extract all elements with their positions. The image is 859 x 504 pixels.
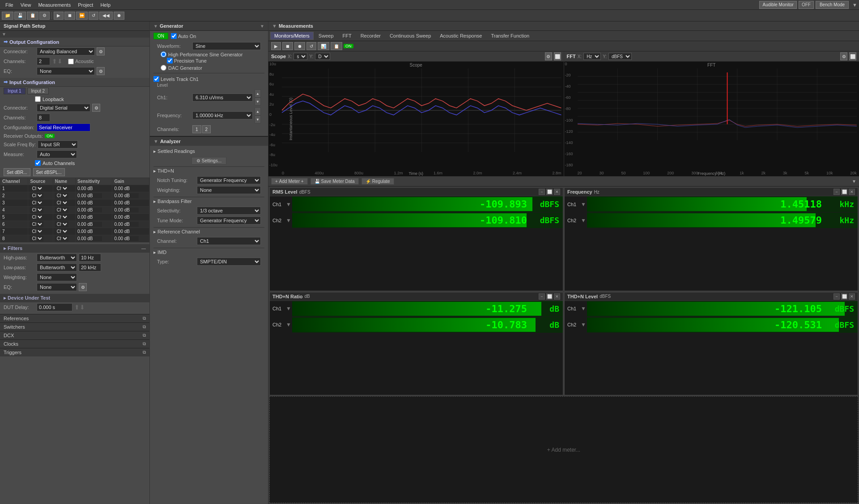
ch1-level-down-btn[interactable]: ▼ — [255, 97, 261, 106]
tab-recorder[interactable]: Recorder — [357, 32, 385, 40]
eq-select[interactable]: None — [37, 67, 95, 75]
freq-ch2-dropdown[interactable]: ▼ — [581, 217, 586, 224]
freq-close-btn[interactable]: ✕ — [849, 189, 855, 195]
scope-y-select[interactable]: D — [315, 53, 330, 60]
meas-toolbar-3[interactable]: ⏺ — [294, 42, 305, 50]
bench-mode-btn[interactable]: Bench Mode — [816, 1, 849, 9]
highpass-type-select[interactable]: Butterworth — [37, 254, 77, 262]
precision-tune-checkbox[interactable] — [167, 58, 173, 64]
input2-tab[interactable]: Input 2 — [27, 88, 49, 94]
settled-readings-row[interactable]: ▸ Settled Readings — [153, 148, 264, 155]
fft-x-select[interactable]: Hz — [583, 53, 601, 60]
in-connector-select[interactable]: Digital Serial — [37, 104, 90, 112]
lowpass-freq-input[interactable] — [79, 263, 101, 271]
freq-down-btn[interactable]: ▼ — [255, 115, 261, 123]
thdn-ratio-expand-btn[interactable]: ⬜ — [546, 293, 553, 300]
toolbar-btn-8[interactable]: ↺ — [89, 12, 98, 20]
meas-toolbar-6[interactable]: 📋 — [331, 42, 342, 50]
add-meter-box[interactable]: + Add meter... — [269, 396, 858, 503]
thdn-level-minus-btn[interactable]: − — [833, 293, 840, 300]
eq-filter-settings-btn[interactable]: ⚙ — [79, 283, 87, 291]
menu-measurements[interactable]: Measurements — [34, 1, 74, 8]
config-input[interactable] — [37, 123, 90, 131]
triggers-panel-btn[interactable]: Triggers ⧉ — [0, 348, 149, 356]
eq-settings-btn[interactable]: ⚙ — [97, 67, 105, 75]
thdn-ratio-close-btn[interactable]: ✕ — [554, 293, 560, 300]
toolbar-btn-6[interactable]: ⏹ — [64, 12, 75, 20]
waveform-select[interactable]: Sine — [192, 42, 261, 50]
reference-channel-select[interactable]: Ch1 — [197, 237, 261, 245]
weighting-filter-select[interactable]: None — [37, 273, 77, 281]
measure-select[interactable]: Auto — [37, 150, 77, 158]
switchers-panel-btn[interactable]: Switchers ⧉ — [0, 322, 149, 331]
freq-ch1-dropdown[interactable]: ▼ — [581, 201, 586, 208]
tab-acoustic-response[interactable]: Acoustic Response — [436, 32, 486, 40]
scope-x-select[interactable]: s — [293, 53, 307, 60]
menu-help[interactable]: Help — [97, 1, 114, 8]
freq-expand-btn[interactable]: ⬜ — [841, 189, 847, 195]
rms-ch1-dropdown[interactable]: ▼ — [286, 201, 291, 208]
eq-filter-select[interactable]: None — [37, 283, 77, 291]
off-toggle-btn[interactable]: OFF — [799, 1, 814, 9]
tab-fft[interactable]: FFT — [339, 32, 356, 40]
auto-on-checkbox[interactable] — [171, 33, 177, 39]
collapse-btn[interactable]: ▼ — [852, 179, 856, 184]
toolbar-btn-3[interactable]: 📋 — [27, 12, 38, 20]
tune-mode-select[interactable]: Generator Frequency — [197, 216, 261, 224]
add-meter-btn[interactable]: + Add Meter + — [271, 178, 308, 185]
thdn-level-ch2-dropdown[interactable]: ▼ — [581, 322, 586, 328]
weighting-analyzer-select[interactable]: None — [197, 186, 261, 194]
toolbar-btn-2[interactable]: 💾 — [14, 12, 26, 20]
dac-radio[interactable] — [161, 65, 166, 71]
fft-expand-btn[interactable]: ⬜ — [849, 52, 856, 60]
rms-expand-btn[interactable]: ⬜ — [546, 189, 553, 195]
scope-expand-btn[interactable]: ⬜ — [554, 52, 561, 60]
toolbar-btn-4[interactable]: ⚙ — [39, 12, 50, 20]
input1-tab[interactable]: Input 1 — [4, 88, 26, 94]
ch1-level-up-btn[interactable]: ▲ — [255, 89, 261, 97]
auto-channels-checkbox[interactable] — [35, 160, 41, 166]
tab-continuous-sweep[interactable]: Continuous Sweep — [386, 32, 435, 40]
ch-1-btn[interactable]: 1 — [192, 125, 201, 133]
menu-project[interactable]: Project — [74, 1, 97, 8]
in-connector-settings-btn[interactable]: ⚙ — [92, 104, 100, 112]
tab-monitors-meters[interactable]: Monitors/Meters — [270, 32, 314, 40]
set-dbspl-btn[interactable]: Set dBSPL... — [33, 168, 65, 176]
clocks-panel-btn[interactable]: Clocks ⧉ — [0, 339, 149, 348]
rms-minus-btn[interactable]: − — [539, 189, 545, 195]
tab-sweep[interactable]: Sweep — [315, 32, 338, 40]
highpass-freq-input[interactable] — [79, 254, 101, 262]
menu-view[interactable]: View — [17, 1, 35, 8]
toolbar-btn-1[interactable]: 📁 — [2, 12, 13, 20]
loopback-checkbox[interactable] — [35, 96, 41, 102]
meas-toolbar-1[interactable]: ▶ — [271, 42, 281, 50]
ch-2-btn[interactable]: 2 — [202, 125, 211, 133]
hpsg-radio[interactable] — [161, 51, 166, 57]
dcx-panel-btn[interactable]: DCX ⧉ — [0, 331, 149, 339]
notch-tuning-select[interactable]: Generator Frequency — [197, 176, 261, 184]
save-meter-btn[interactable]: 💾 Save Meter Data — [310, 178, 359, 185]
generator-on-btn[interactable]: ON — [153, 33, 168, 39]
set-dbr-btn[interactable]: Set dBR... — [4, 168, 30, 176]
thdn-ratio-ch1-dropdown[interactable]: ▼ — [286, 305, 291, 312]
scope-settings-btn[interactable]: ⚙ — [545, 52, 552, 60]
thdn-level-close-btn[interactable]: ✕ — [849, 293, 855, 300]
lowpass-type-select[interactable]: Butterworth — [37, 263, 77, 271]
in-channels-input[interactable] — [37, 114, 50, 122]
scale-freq-select[interactable]: Input SR — [38, 140, 78, 148]
meas-toolbar-2[interactable]: ⏹ — [282, 42, 293, 50]
frequency-select[interactable]: 1.00000 kHz — [192, 111, 253, 119]
rms-close-btn[interactable]: ✕ — [554, 189, 560, 195]
toolbar-btn-10[interactable]: ⏺ — [114, 12, 124, 20]
connector-select[interactable]: Analog Balanced — [37, 47, 95, 55]
toolbar-btn-7[interactable]: ⏩ — [76, 12, 88, 20]
tab-transfer-function[interactable]: Transfer Function — [487, 32, 533, 40]
fft-y-select[interactable]: dBFS — [608, 53, 632, 60]
thdn-ratio-minus-btn[interactable]: − — [539, 293, 545, 300]
thdn-level-expand-btn[interactable]: ⬜ — [841, 293, 847, 300]
selectivity-select[interactable]: 1/3 octave — [197, 207, 261, 215]
toolbar-btn-5[interactable]: ▶ — [54, 12, 64, 20]
regulate-btn[interactable]: ⚡ Regulate — [361, 178, 394, 185]
freq-up-btn[interactable]: ▲ — [255, 107, 261, 115]
menu-file[interactable]: File — [2, 1, 17, 8]
